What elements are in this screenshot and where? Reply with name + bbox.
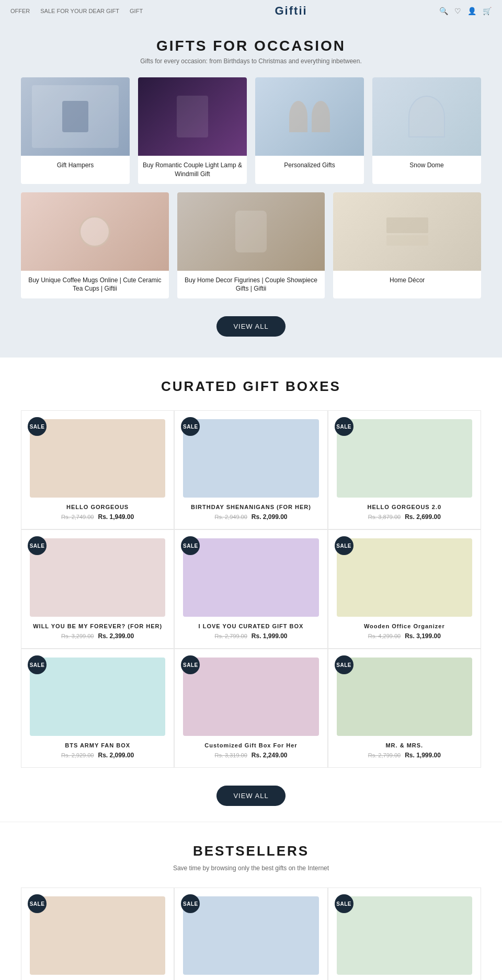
occasion-card-snow-dome[interactable]: Snow Dome xyxy=(372,77,481,184)
curated-product-img-5 xyxy=(337,538,472,617)
occasion-subtitle: Gifts for every occasion: from Birthdays… xyxy=(21,57,481,65)
curated-product-card-3[interactable]: SALE WILL YOU BE MY FOREVER? (FOR HER) R… xyxy=(21,529,174,649)
curated-original-price-7: Rs. 3,319.00 xyxy=(214,752,247,758)
curated-original-price-6: Rs. 2,929.00 xyxy=(61,752,94,758)
occasion-card-romantic-lamp[interactable]: Buy Romantic Couple Light Lamp & Windmil… xyxy=(138,77,247,184)
curated-product-card-2[interactable]: SALE HELLO GORGEOUS 2.0 Rs. 3,879.00 Rs.… xyxy=(328,410,481,529)
bestsellers-subtitle: Save time by browsing only the best gift… xyxy=(21,864,481,872)
sale-badge-curated-0: SALE xyxy=(28,417,47,436)
curated-product-prices-0: Rs. 2,749.00 Rs. 1,949.00 xyxy=(30,513,165,521)
curated-title: CURATED GIFT BOXES xyxy=(21,378,481,395)
occasion-grid-bottom: Buy Unique Coffee Mugs Online | Cute Cer… xyxy=(21,192,481,299)
curated-product-name-3: WILL YOU BE MY FOREVER? (FOR HER) xyxy=(30,623,165,629)
personalized-image xyxy=(255,77,364,156)
bestseller-product-card-2[interactable]: SALE Lovers Sitting with Fireplace, Deco… xyxy=(328,887,481,980)
curated-product-card-1[interactable]: SALE BIRTHDAY SHENANIGANS (FOR HER) Rs. … xyxy=(174,410,327,529)
curated-product-name-1: BIRTHDAY SHENANIGANS (FOR HER) xyxy=(183,504,318,510)
heart-icon[interactable]: ♡ xyxy=(454,7,461,15)
coffee-mugs-image xyxy=(21,192,169,271)
bestseller-product-img-2 xyxy=(337,896,472,975)
personalized-label: Personalized Gifts xyxy=(255,156,364,175)
curated-product-img-4 xyxy=(183,538,318,617)
curated-product-name-7: Customized Gift Box For Her xyxy=(183,742,318,748)
curated-original-price-8: Rs. 2,799.00 xyxy=(368,752,401,758)
curated-product-card-4[interactable]: SALE I LOVE YOU CURATED GIFT BOX Rs. 2,7… xyxy=(174,529,327,649)
home-decor-image xyxy=(333,192,481,271)
nav-links-left: OFFER SALE FOR YOUR DEAR GIFT GIFT xyxy=(10,8,143,14)
curated-product-prices-2: Rs. 3,879.00 Rs. 2,699.00 xyxy=(337,513,472,521)
occasion-card-home-decor[interactable]: Home Décor xyxy=(333,192,481,299)
bestseller-product-img-1 xyxy=(183,896,318,975)
curated-product-prices-7: Rs. 3,319.00 Rs. 2,249.00 xyxy=(183,752,318,759)
curated-product-prices-5: Rs. 4,299.00 Rs. 3,199.00 xyxy=(337,632,472,640)
curated-product-img-0 xyxy=(30,419,165,498)
curated-sale-price-8: Rs. 1,999.00 xyxy=(405,752,441,759)
occasion-card-home-decor-fig[interactable]: Buy Home Decor Figurines | Couple Showpi… xyxy=(177,192,325,299)
occasion-title: GIFTS FOR OCCASION xyxy=(21,38,481,54)
curated-product-name-2: HELLO GORGEOUS 2.0 xyxy=(337,504,472,510)
curated-product-name-0: HELLO GORGEOUS xyxy=(30,504,165,510)
curated-product-prices-3: Rs. 3,299.00 Rs. 2,399.00 xyxy=(30,632,165,640)
curated-section: CURATED GIFT BOXES SALE HELLO GORGEOUS R… xyxy=(0,358,502,822)
nav-link-gift[interactable]: GIFT xyxy=(130,8,143,14)
romantic-lamp-label: Buy Romantic Couple Light Lamp & Windmil… xyxy=(138,156,247,184)
occasion-view-all-button[interactable]: VIEW ALL xyxy=(216,316,285,337)
curated-original-price-1: Rs. 2,949.00 xyxy=(214,514,247,520)
home-decor-fig-label: Buy Home Decor Figurines | Couple Showpi… xyxy=(177,271,325,299)
curated-product-name-8: MR. & MRS. xyxy=(337,742,472,748)
occasion-section: GIFTS FOR OCCASION Gifts for every occas… xyxy=(0,22,502,358)
curated-product-card-6[interactable]: SALE BTS ARMY FAN BOX Rs. 2,929.00 Rs. 2… xyxy=(21,649,174,768)
curated-original-price-0: Rs. 2,749.00 xyxy=(61,514,94,520)
search-icon[interactable]: 🔍 xyxy=(439,7,448,15)
user-icon[interactable]: 👤 xyxy=(467,7,476,15)
gift-hampers-image xyxy=(21,77,130,156)
sale-badge-curated-8: SALE xyxy=(335,655,353,674)
top-nav: OFFER SALE FOR YOUR DEAR GIFT GIFT Gifti… xyxy=(0,0,502,22)
sale-badge-curated-2: SALE xyxy=(335,417,353,436)
sale-badge-bs-2: SALE xyxy=(335,894,353,913)
bestseller-product-card-1[interactable]: SALE Couple Sitting On Sofa: Showpiece f… xyxy=(174,887,327,980)
logo[interactable]: Giftii xyxy=(275,4,307,18)
snow-dome-image xyxy=(372,77,481,156)
curated-view-all-button[interactable]: VIEW ALL xyxy=(216,786,285,806)
curated-sale-price-2: Rs. 2,699.00 xyxy=(405,513,441,521)
curated-product-prices-8: Rs. 2,799.00 Rs. 1,999.00 xyxy=(337,752,472,759)
curated-product-prices-1: Rs. 2,949.00 Rs. 2,099.00 xyxy=(183,513,318,521)
gift-hampers-label: Gift Hampers xyxy=(21,156,130,175)
sale-badge-curated-6: SALE xyxy=(28,655,47,674)
curated-original-price-3: Rs. 3,299.00 xyxy=(61,633,94,639)
curated-sale-price-0: Rs. 1,949.00 xyxy=(98,513,134,521)
bestsellers-title: BESTSELLERS xyxy=(21,843,481,859)
occasion-card-gift-hampers[interactable]: Gift Hampers xyxy=(21,77,130,184)
bestseller-product-card-0[interactable]: SALE Cute Couple Sitting Together: Perfe… xyxy=(21,887,174,980)
curated-product-card-8[interactable]: SALE MR. & MRS. Rs. 2,799.00 Rs. 1,999.0… xyxy=(328,649,481,768)
snow-dome-label: Snow Dome xyxy=(372,156,481,175)
curated-original-price-5: Rs. 4,299.00 xyxy=(368,633,401,639)
sale-badge-curated-5: SALE xyxy=(335,536,353,555)
curated-sale-price-3: Rs. 2,399.00 xyxy=(98,632,134,640)
sale-badge-bs-0: SALE xyxy=(28,894,47,913)
curated-sale-price-1: Rs. 2,099.00 xyxy=(252,513,288,521)
curated-sale-price-4: Rs. 1,999.00 xyxy=(252,632,288,640)
curated-product-card-0[interactable]: SALE HELLO GORGEOUS Rs. 2,749.00 Rs. 1,9… xyxy=(21,410,174,529)
occasion-card-personalized[interactable]: Personalized Gifts xyxy=(255,77,364,184)
nav-link-offer[interactable]: OFFER xyxy=(10,8,30,14)
home-decor-label: Home Décor xyxy=(333,271,481,290)
curated-product-img-7 xyxy=(183,658,318,736)
curated-product-prices-4: Rs. 2,799.00 Rs. 1,999.00 xyxy=(183,632,318,640)
occasion-card-coffee-mugs[interactable]: Buy Unique Coffee Mugs Online | Cute Cer… xyxy=(21,192,169,299)
nav-link-sale[interactable]: SALE FOR YOUR DEAR GIFT xyxy=(40,8,119,14)
curated-product-card-7[interactable]: SALE Customized Gift Box For Her Rs. 3,3… xyxy=(174,649,327,768)
curated-product-img-1 xyxy=(183,419,318,498)
curated-product-name-4: I LOVE YOU CURATED GIFT BOX xyxy=(183,623,318,629)
curated-product-card-5[interactable]: SALE Wooden Office Organizer Rs. 4,299.0… xyxy=(328,529,481,649)
sale-badge-curated-3: SALE xyxy=(28,536,47,555)
curated-product-grid: SALE HELLO GORGEOUS Rs. 2,749.00 Rs. 1,9… xyxy=(21,410,481,768)
curated-product-img-2 xyxy=(337,419,472,498)
curated-sale-price-6: Rs. 2,099.00 xyxy=(98,752,134,759)
nav-icons-right: 🔍 ♡ 👤 🛒 xyxy=(439,7,492,15)
curated-product-img-6 xyxy=(30,658,165,736)
curated-original-price-4: Rs. 2,799.00 xyxy=(214,633,247,639)
cart-icon[interactable]: 🛒 xyxy=(483,7,492,15)
curated-product-img-3 xyxy=(30,538,165,617)
